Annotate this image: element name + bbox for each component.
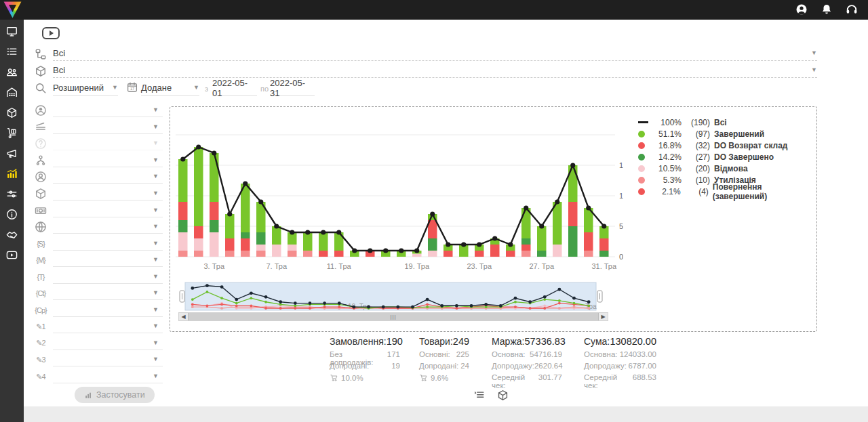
sidebar-item-warehouse[interactable] xyxy=(5,86,18,99)
sidebar-item-orders[interactable] xyxy=(5,45,18,58)
legend-item[interactable]: 51.1%(97)Завершений xyxy=(638,128,816,140)
video-help-button[interactable] xyxy=(42,27,60,39)
svg-text:27. Тра: 27. Тра xyxy=(529,262,555,270)
legend-item[interactable]: 2.1%(4)Повернення (завершений) xyxy=(638,186,816,197)
filter-select[interactable]: ▼ xyxy=(53,137,163,150)
chevron-down-icon: ▼ xyxy=(153,307,159,313)
legend-pct: 14.2% xyxy=(652,152,682,162)
globe-user-icon xyxy=(34,104,47,117)
filter-row-cube: ▼ xyxy=(34,186,163,203)
scrollbar-thumb[interactable]: ||| xyxy=(188,313,599,320)
filter-row-{Cp}: {Cp}▼ xyxy=(34,302,163,319)
glyph-icon: ✎1 xyxy=(34,322,47,331)
legend-item[interactable]: 10.5%(20)Відмова xyxy=(638,163,816,174)
legend-count: (97) xyxy=(682,129,710,139)
sidebar-item-supply[interactable] xyxy=(5,127,18,140)
legend-count: (20) xyxy=(682,164,710,173)
chevron-down-icon: ▼ xyxy=(153,107,159,113)
stat-title: Товари: xyxy=(419,336,453,347)
line-swatch xyxy=(638,121,648,123)
search-mode-select[interactable]: Розширений ▼ xyxy=(53,81,118,96)
filter-row-user-circle: ▼ xyxy=(34,169,163,186)
filter-select[interactable]: ▼ xyxy=(53,303,163,317)
filter-select[interactable]: ▼ xyxy=(53,237,163,251)
date-field-select[interactable]: Додане ▼ xyxy=(141,81,199,96)
stat-title: Замовлення: xyxy=(330,336,387,347)
support-headset-icon[interactable] xyxy=(845,3,859,16)
glyph-icon: {Ct} xyxy=(34,289,47,297)
hierarchy-icon xyxy=(34,47,47,61)
scroll-right-arrow[interactable]: ▶ xyxy=(599,313,608,320)
app-window: Всі ▼ Всі ▼ Розширений ▼ 17 Додане ▼ з 2… xyxy=(0,0,868,422)
banknote-icon xyxy=(34,204,47,217)
filter-select[interactable]: ▼ xyxy=(53,204,163,217)
filter-select[interactable]: ▼ xyxy=(53,170,163,184)
chevron-down-icon: ▼ xyxy=(153,190,159,196)
legend-item[interactable]: 14.2%(27)DO Завершено xyxy=(638,151,816,163)
filter-select[interactable]: ▼ xyxy=(53,104,163,117)
filter-select[interactable]: ▼ xyxy=(53,337,163,350)
sidebar-item-dashboard[interactable] xyxy=(5,25,18,38)
svg-text:31. Тра: 31. Тра xyxy=(591,262,617,270)
dot-swatch xyxy=(638,131,645,138)
glyph-icon: {M} xyxy=(34,256,47,264)
sidebar-item-info[interactable] xyxy=(5,208,18,221)
filter-select[interactable]: ▼ xyxy=(53,287,163,300)
dot-swatch xyxy=(638,177,645,184)
apply-button[interactable]: Застосувати xyxy=(75,387,155,403)
filter-row-{T}: {T}▼ xyxy=(34,268,163,285)
chart-navigator[interactable]: 16. ТраТра xyxy=(178,282,608,312)
filter-row-✎3: ✎3▼ xyxy=(34,352,163,368)
search-mode-value: Розширений xyxy=(53,83,104,93)
sidebar-item-analytics[interactable] xyxy=(5,167,18,180)
filter-select[interactable]: ▼ xyxy=(53,370,163,383)
orders-stacked-chart[interactable]: 0510153. Тра7. Тра11. Тра19. Тра23. Тра2… xyxy=(176,110,623,273)
filter-select[interactable]: ▼ xyxy=(53,121,163,134)
category-select[interactable]: Всі ▼ xyxy=(53,46,817,61)
svg-text:15: 15 xyxy=(619,161,623,169)
date-from-input[interactable]: 2022-05-01 xyxy=(212,81,257,96)
stat-subrow: Основна:54716.19 xyxy=(492,350,562,361)
filter-select[interactable]: ▼ xyxy=(53,154,163,167)
glyph-icon: {Cp} xyxy=(34,306,47,314)
filter-select[interactable]: ▼ xyxy=(53,187,163,201)
sidebar-item-video[interactable] xyxy=(5,249,18,261)
sidebar-item-partners[interactable] xyxy=(5,228,18,241)
app-logo[interactable] xyxy=(3,1,22,18)
navigator-scrollbar[interactable]: ◀ ||| ▶ xyxy=(178,312,608,321)
legend-item[interactable]: 100%(190)Всі xyxy=(638,117,816,128)
product-select[interactable]: Всі ▼ xyxy=(53,63,817,78)
notifications-bell-icon[interactable] xyxy=(820,3,833,16)
dot-swatch xyxy=(638,188,645,195)
view-toggles xyxy=(473,389,509,402)
chevron-down-icon: ▼ xyxy=(153,373,159,379)
stat-subrow: Допродажу:6787.00 xyxy=(584,362,656,373)
sidebar-item-customers[interactable] xyxy=(5,66,18,79)
filter-row-sitemap: ▼ xyxy=(34,152,163,169)
sidebar-item-products[interactable] xyxy=(5,106,18,119)
filter-select[interactable]: ▼ xyxy=(53,320,163,333)
date-to-input[interactable]: 2022-05-31 xyxy=(270,81,315,96)
category-select-value: Всі xyxy=(53,48,65,58)
chevron-down-icon: ▼ xyxy=(153,340,159,346)
sidebar-item-marketing[interactable] xyxy=(5,147,18,160)
user-account-icon[interactable] xyxy=(795,3,808,16)
dot-swatch xyxy=(638,165,645,172)
sidebar-item-settings[interactable] xyxy=(5,188,18,201)
apply-button-label: Застосувати xyxy=(96,390,145,400)
filter-row-✎1: ✎1▼ xyxy=(34,318,163,335)
stat-column: Замовлення:190Без допродажів:171Допродан… xyxy=(330,336,400,382)
legend-item[interactable]: 16.8%(32)DO Возврат склад xyxy=(638,140,816,151)
legend-pct: 100% xyxy=(652,118,682,127)
product-view-toggle[interactable] xyxy=(496,389,509,402)
legend-label: Повернення (завершений) xyxy=(713,182,816,201)
list-view-toggle[interactable] xyxy=(473,389,486,402)
scroll-left-arrow[interactable]: ◀ xyxy=(179,313,188,320)
filter-row-{Ct}: {Ct}▼ xyxy=(34,285,163,302)
filter-select[interactable]: ▼ xyxy=(53,353,163,366)
filter-select[interactable]: ▼ xyxy=(53,220,163,234)
legend-count: (27) xyxy=(682,152,710,162)
filter-select[interactable]: ▼ xyxy=(53,253,163,267)
filter-row-banknote: ▼ xyxy=(34,202,163,219)
filter-select[interactable]: ▼ xyxy=(53,270,163,284)
